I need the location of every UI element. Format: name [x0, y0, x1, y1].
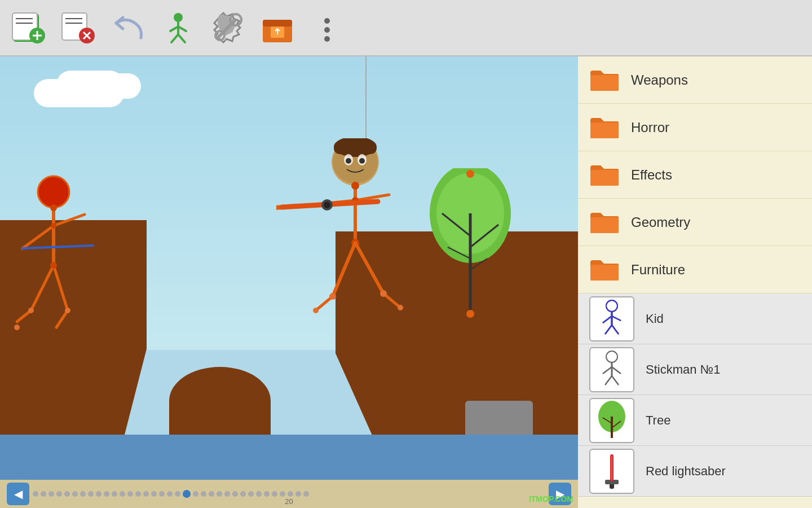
weapons-folder[interactable]: Weapons — [578, 56, 812, 104]
toolbar — [0, 0, 812, 56]
right-panel: Weapons Horror Effects Geometry — [578, 56, 812, 508]
timeline-dot[interactable] — [201, 491, 206, 497]
platform-box — [465, 401, 533, 435]
svg-point-66 — [313, 308, 319, 313]
effects-label: Effects — [631, 167, 672, 183]
svg-point-92 — [606, 351, 617, 362]
timeline-dot[interactable] — [280, 491, 285, 497]
tree-asset[interactable]: Tree — [578, 395, 812, 446]
timeline-dot[interactable] — [56, 491, 62, 497]
timeline-dot[interactable] — [224, 491, 230, 497]
timeline-dot[interactable] — [295, 491, 301, 497]
svg-point-67 — [398, 305, 403, 310]
timeline-dot[interactable] — [96, 491, 102, 497]
timeline-dot[interactable] — [120, 491, 125, 497]
svg-line-16 — [178, 27, 186, 31]
svg-point-70 — [324, 202, 330, 208]
timeline-dot[interactable] — [264, 491, 270, 497]
svg-line-88 — [603, 316, 612, 323]
svg-line-61 — [355, 243, 383, 294]
timeline-dot[interactable] — [232, 491, 238, 497]
red-lightsaber-asset[interactable]: Red lightsaber — [578, 446, 812, 497]
svg-point-64 — [329, 293, 336, 300]
lightsaber-label: Red lightsaber — [646, 464, 726, 479]
svg-line-95 — [612, 367, 621, 374]
timeline-dot[interactable] — [256, 491, 262, 497]
undo-button[interactable] — [108, 7, 149, 48]
delete-frame-button[interactable] — [59, 7, 99, 48]
export-button[interactable] — [257, 7, 298, 48]
stickman-left — [11, 175, 124, 356]
svg-point-28 — [324, 27, 330, 33]
stickman1-asset[interactable]: Stickman №1 — [578, 344, 812, 395]
timeline-dot[interactable] — [288, 491, 293, 497]
svg-line-32 — [23, 226, 54, 248]
timeline-dot[interactable] — [217, 491, 222, 497]
timeline-dot[interactable] — [127, 491, 133, 497]
furniture-folder[interactable]: Furniture — [578, 246, 812, 294]
more-button[interactable] — [307, 7, 347, 48]
timeline-dot[interactable] — [175, 491, 180, 497]
svg-point-57 — [351, 182, 359, 190]
svg-point-13 — [174, 13, 183, 22]
timeline-dot[interactable] — [72, 491, 78, 497]
effects-folder[interactable]: Effects — [578, 151, 812, 199]
timeline-dot[interactable] — [248, 491, 254, 497]
timeline-dot[interactable] — [80, 491, 86, 497]
geometry-folder[interactable]: Geometry — [578, 199, 812, 246]
timeline-dot[interactable] — [151, 491, 157, 497]
svg-line-36 — [54, 265, 68, 310]
main-area: ◀ ▶ 20 ITMOP.COM Weapons — [0, 56, 812, 508]
settings-button[interactable] — [208, 7, 248, 48]
folder-icon — [589, 68, 620, 92]
svg-line-35 — [31, 265, 54, 310]
timeline-dot[interactable] — [183, 490, 191, 498]
timeline-bar: ◀ ▶ 20 — [0, 480, 578, 508]
horror-label: Horror — [631, 120, 669, 135]
svg-point-43 — [65, 308, 70, 313]
timeline-dot[interactable] — [135, 491, 141, 497]
timeline-dot[interactable] — [64, 491, 70, 497]
timeline-dot[interactable] — [112, 491, 117, 497]
svg-line-89 — [612, 316, 621, 321]
folder-icon — [589, 116, 620, 139]
svg-point-44 — [14, 325, 20, 330]
svg-line-97 — [612, 376, 619, 385]
timeline-dot[interactable] — [240, 491, 246, 497]
kid-asset[interactable]: Kid — [578, 294, 812, 344]
svg-rect-48 — [334, 143, 377, 154]
tree-label: Tree — [646, 413, 670, 428]
timeline-dot[interactable] — [193, 491, 198, 497]
stickman1-label: Stickman №1 — [646, 362, 720, 377]
svg-point-39 — [50, 204, 57, 211]
svg-line-96 — [605, 376, 612, 385]
svg-point-79 — [466, 310, 474, 318]
horror-folder[interactable]: Horror — [578, 104, 812, 151]
timeline-dot[interactable] — [167, 491, 173, 497]
timeline-dot[interactable] — [303, 491, 309, 497]
svg-line-17 — [171, 34, 178, 42]
character-button[interactable] — [158, 7, 198, 48]
timeline-dot[interactable] — [88, 491, 94, 497]
kid-label: Kid — [646, 312, 664, 326]
timeline-dot[interactable] — [143, 491, 149, 497]
mound-center — [169, 367, 271, 435]
watermark: ITMOP.COM — [529, 494, 573, 503]
add-frame-button[interactable] — [9, 7, 50, 48]
furniture-label: Furniture — [631, 262, 685, 278]
timeline-dots — [33, 490, 545, 498]
weapons-label: Weapons — [631, 72, 688, 88]
timeline-dot[interactable] — [272, 491, 277, 497]
canvas[interactable]: ◀ ▶ 20 ITMOP.COM — [0, 56, 578, 508]
stickman1-thumb — [589, 347, 634, 392]
frame-number: 20 — [0, 497, 578, 506]
svg-point-29 — [324, 36, 330, 42]
tree-object — [425, 168, 515, 321]
timeline-dot[interactable] — [104, 491, 109, 497]
timeline-dot[interactable] — [41, 491, 46, 497]
timeline-dot[interactable] — [33, 491, 38, 497]
timeline-dot[interactable] — [209, 491, 214, 497]
timeline-dot[interactable] — [48, 491, 54, 497]
kid-thumb — [589, 296, 634, 341]
timeline-dot[interactable] — [159, 491, 165, 497]
